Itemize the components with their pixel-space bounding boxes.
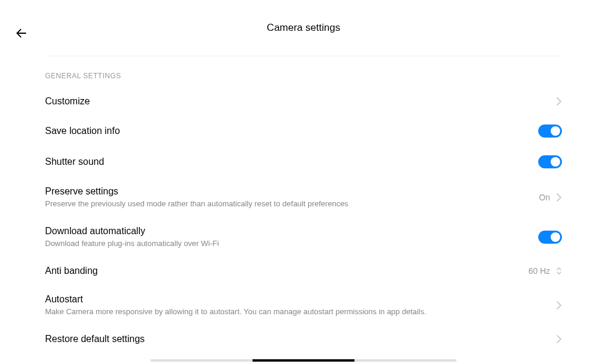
toggle-knob [551,157,560,167]
row-shutter-sound[interactable]: Shutter sound [45,146,562,177]
nav-segment-home[interactable] [253,359,354,362]
row-preserve-settings[interactable]: Preserve settings Preserve the previousl… [45,177,562,217]
chevron-right-icon [556,193,562,202]
updown-icon [556,267,562,275]
row-title: Preserve settings [45,186,539,197]
section-header-general: GENERAL SETTINGS [45,56,562,87]
chevron-right-icon [556,335,562,343]
nav-segment-right[interactable] [354,359,456,362]
nav-segment-left[interactable] [151,359,253,362]
row-title: Customize [45,96,556,107]
row-title: Restore default settings [45,334,556,344]
row-download-auto[interactable]: Download automatically Download feature … [45,217,562,257]
row-value: 60 Hz [528,266,550,276]
back-button[interactable] [14,26,28,40]
row-subtitle: Download feature plug-ins automatically … [45,239,538,248]
chevron-right-icon [556,301,562,309]
row-save-location[interactable]: Save location info [45,116,562,146]
row-title: Autostart [45,294,556,305]
toggle-knob [551,126,560,136]
page-title: Camera settings [267,22,340,34]
nav-bar [0,359,607,362]
toggle-shutter-sound[interactable] [538,155,562,168]
row-title: Anti banding [45,266,528,276]
toggle-knob [551,232,560,242]
toggle-download-auto[interactable] [538,231,562,244]
toggle-save-location[interactable] [538,124,562,138]
arrow-left-icon [15,27,28,40]
row-restore-defaults[interactable]: Restore default settings [45,325,562,353]
row-autostart[interactable]: Autostart Make Camera more responsive by… [45,285,562,325]
row-title: Save location info [45,126,538,136]
row-customize[interactable]: Customize [45,87,562,116]
row-subtitle: Make Camera more responsive by allowing … [45,307,556,316]
chevron-right-icon [556,97,562,106]
row-title: Download automatically [45,226,538,237]
row-subtitle: Preserve the previously used mode rather… [45,199,539,208]
row-value: On [539,193,550,202]
row-title: Shutter sound [45,157,538,167]
row-anti-banding[interactable]: Anti banding 60 Hz [45,257,562,285]
